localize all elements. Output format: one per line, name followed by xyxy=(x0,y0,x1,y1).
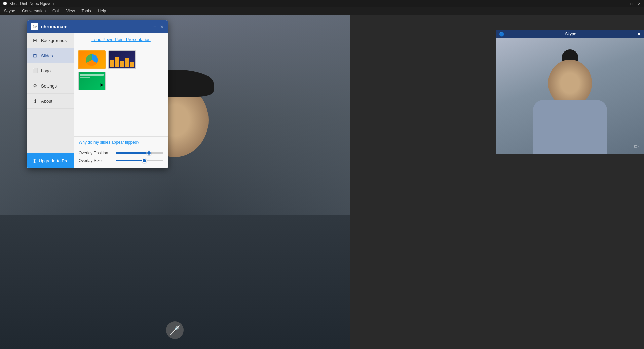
sidebar-label-logo: Logo xyxy=(41,68,51,73)
overlay-position-row: Overlay Position xyxy=(79,151,163,155)
sidebar-label-slides: Slides xyxy=(41,53,53,58)
menu-call[interactable]: Call xyxy=(51,8,61,14)
slide-1-pie xyxy=(86,54,98,66)
chromacam-logo-icon: 💬 xyxy=(31,23,38,30)
chromacam-close-button[interactable]: ✕ xyxy=(160,24,164,29)
sidebar-label-about: About xyxy=(41,99,52,104)
chromacam-titlebar: 💬 chromacam − ✕ xyxy=(27,20,168,33)
title-bar-controls: − □ ✕ xyxy=(622,1,641,6)
sidebar-item-slides[interactable]: ⊟ Slides xyxy=(27,48,74,63)
about-icon: ℹ xyxy=(32,98,38,104)
chromacam-minimize-button[interactable]: − xyxy=(153,24,156,29)
sidebar-label-settings: Settings xyxy=(41,83,57,89)
menu-tools[interactable]: Tools xyxy=(80,8,92,14)
menu-help[interactable]: Help xyxy=(97,8,108,14)
chromacam-title: chromacam xyxy=(41,24,68,29)
slide-thumb-2[interactable] xyxy=(108,50,136,69)
menu-skype[interactable]: Skype xyxy=(3,8,16,14)
logo-icon: ⬜ xyxy=(32,68,38,73)
sidebar-item-about[interactable]: ℹ About xyxy=(27,94,74,109)
upgrade-to-pro-button[interactable]: ⊕ Upgrade to Pro xyxy=(27,153,74,168)
load-ppt-link[interactable]: Load PowerPoint Presentation xyxy=(74,33,168,46)
mute-button[interactable]: 🎤 xyxy=(166,321,184,339)
minimize-button[interactable]: − xyxy=(622,1,627,6)
flip-question-text: Why do my slides appear flipped? xyxy=(79,140,139,145)
chromacam-logo: 💬 chromacam xyxy=(31,23,68,30)
skype-icon: 🔵 xyxy=(499,32,504,37)
sidebar-label-backgrounds: Backgrounds xyxy=(41,38,67,43)
overlay-position-fill xyxy=(116,152,147,154)
skype-panel: 🔵 Skype ✕ ✏ xyxy=(496,30,644,154)
maximize-button[interactable]: □ xyxy=(629,1,634,6)
overlay-position-track xyxy=(116,152,163,154)
chromacam-panel: 💬 chromacam − ✕ ⊞ Backgrounds ⊟ Slides ⬜… xyxy=(27,20,168,168)
app-icon: 💬 xyxy=(3,2,7,6)
flip-question-link[interactable]: Why do my slides appear flipped? xyxy=(79,140,163,145)
sidebar-item-logo[interactable]: ⬜ Logo xyxy=(27,63,74,78)
menu-bar: Skype Conversation Call View Tools Help xyxy=(0,7,644,15)
overlay-position-label: Overlay Position xyxy=(79,151,112,155)
right-panel: 🔵 Skype ✕ ✏ ➤ xyxy=(350,15,644,349)
slides-bottom: Why do my slides appear flipped? xyxy=(74,136,168,148)
close-button[interactable]: ✕ xyxy=(637,1,641,6)
overlay-size-thumb[interactable] xyxy=(142,158,147,163)
app-title: Khoa Dinh Ngoc Nguyen xyxy=(9,1,54,6)
overlay-size-label: Overlay Size xyxy=(79,158,112,163)
overlay-size-row: Overlay Size xyxy=(79,158,163,163)
chromacam-sidebar: ⊞ Backgrounds ⊟ Slides ⬜ Logo ⚙ Settings… xyxy=(27,33,74,168)
overlay-size-track xyxy=(116,160,163,161)
overlay-size-fill xyxy=(116,160,142,161)
skype-person xyxy=(523,49,617,154)
slides-grid: ➤ xyxy=(74,46,168,94)
sidebar-item-settings[interactable]: ⚙ Settings xyxy=(27,78,74,94)
title-bar: 💬 Khoa Dinh Ngoc Nguyen − □ ✕ xyxy=(0,0,644,7)
chromacam-content: Load PowerPoint Presentation xyxy=(74,33,168,168)
settings-icon: ⚙ xyxy=(32,83,38,89)
upgrade-label: Upgrade to Pro xyxy=(39,158,68,163)
backgrounds-icon: ⊞ xyxy=(32,38,38,43)
load-ppt-label: Load PowerPoint Presentation xyxy=(91,37,151,42)
skype-title: Skype xyxy=(565,32,576,36)
chromacam-title-controls: − ✕ xyxy=(153,24,164,29)
slides-icon: ⊟ xyxy=(32,53,38,58)
menu-view[interactable]: View xyxy=(65,8,76,14)
skype-title-bar: 🔵 Skype ✕ xyxy=(496,30,644,38)
skype-close-button[interactable]: ✕ xyxy=(637,31,641,37)
slide-thumb-1[interactable] xyxy=(78,50,106,69)
title-bar-left: 💬 Khoa Dinh Ngoc Nguyen xyxy=(3,1,54,6)
skype-video-content: ✏ xyxy=(496,38,644,154)
menu-conversation[interactable]: Conversation xyxy=(21,8,47,14)
slide-thumb-3[interactable]: ➤ xyxy=(78,72,106,90)
overlay-position-thumb[interactable] xyxy=(147,151,151,155)
slide-2-bars xyxy=(110,55,134,67)
sliders-area: Overlay Position Overlay Size xyxy=(74,148,168,168)
sidebar-item-backgrounds[interactable]: ⊞ Backgrounds xyxy=(27,33,74,48)
edit-icon: ✏ xyxy=(634,143,639,150)
